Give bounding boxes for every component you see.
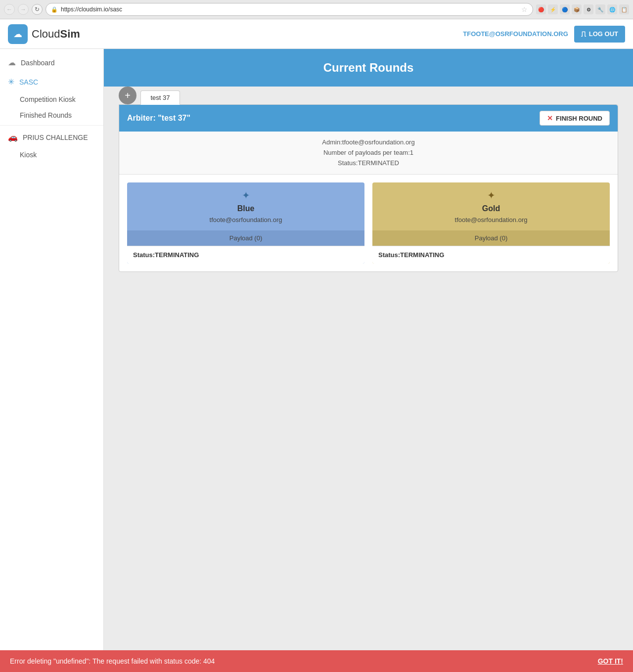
lock-icon: 🔒 <box>51 6 58 13</box>
sidebar-item-kiosk[interactable]: Kiosk <box>0 147 103 163</box>
team-name-blue: Blue <box>237 204 255 213</box>
sasc-icon: ✳ <box>8 77 14 87</box>
ext-icon-2[interactable]: ⚡ <box>548 4 558 14</box>
sidebar-item-dashboard-label: Dashboard <box>21 59 55 67</box>
cloud-icon: ☁ <box>8 58 16 67</box>
team-name-gold: Gold <box>482 204 500 213</box>
team-email-blue: tfoote@osrfoundation.org <box>210 216 282 224</box>
sidebar-item-prius-challenge[interactable]: 🚗 PRIUS CHALLENGE <box>0 128 103 147</box>
ext-icon-3[interactable]: 🔵 <box>560 4 570 14</box>
logo-text: CloudSim <box>32 28 80 41</box>
ext-icon-5[interactable]: ⚙ <box>584 4 593 14</box>
team-card-gold: ✦ Gold tfoote@osrfoundation.org Payload … <box>372 182 610 264</box>
content-area: Current Rounds + test 37 Arbiter: "test … <box>104 49 633 650</box>
sidebar-item-competition-kiosk[interactable]: Competition Kiosk <box>0 91 103 107</box>
sidebar-item-finished-rounds[interactable]: Finished Rounds <box>0 107 103 123</box>
logo-icon: ☁ <box>8 24 28 44</box>
sidebar-item-finished-rounds-label: Finished Rounds <box>20 111 72 119</box>
car-icon: 🚗 <box>8 133 18 142</box>
url-text: https://cloudsim.io/sasc <box>61 6 518 13</box>
logout-button[interactable]: ⎍ LOG OUT <box>574 26 625 43</box>
sidebar-item-sasc[interactable]: ✳ SASC <box>0 72 103 91</box>
sidebar-item-kiosk-label: Kiosk <box>20 151 37 159</box>
address-bar[interactable]: 🔒 https://cloudsim.io/sasc ☆ <box>45 3 533 16</box>
browser-chrome: ← → ↻ 🔒 https://cloudsim.io/sasc ☆ 🔴 ⚡ 🔵… <box>0 0 633 19</box>
tab-test37[interactable]: test 37 <box>140 90 180 105</box>
round-info: Admin:tfoote@osrfoundation.org Number of… <box>119 132 618 175</box>
payload-status-blue: Status:TERMINATING <box>127 246 364 264</box>
round-card-header: Arbiter: "test 37" ✕ FINISH ROUND <box>119 105 618 132</box>
sidebar-divider <box>0 125 103 126</box>
ext-icon-7[interactable]: 🌐 <box>607 4 617 14</box>
payload-header-blue: Payload (0) <box>127 230 364 246</box>
payload-header-gold: Payload (0) <box>372 230 610 246</box>
round-arbiter-title: Arbiter: "test 37" <box>127 114 190 123</box>
team-header-blue: ✦ Blue tfoote@osrfoundation.org <box>127 182 364 230</box>
sidebar-item-competition-kiosk-label: Competition Kiosk <box>20 95 76 103</box>
ext-icon-4[interactable]: 📦 <box>572 4 582 14</box>
team-card-blue: ✦ Blue tfoote@osrfoundation.org Payload … <box>127 182 364 264</box>
main-layout: ☁ Dashboard ✳ SASC Competition Kiosk Fin… <box>0 49 633 650</box>
reload-button[interactable]: ↻ <box>32 4 43 15</box>
team-icon-blue: ✦ <box>242 189 250 201</box>
ext-icon-8[interactable]: 📋 <box>619 4 629 14</box>
round-card: Arbiter: "test 37" ✕ FINISH ROUND Admin:… <box>119 104 618 272</box>
got-it-button[interactable]: GOT IT! <box>598 657 623 665</box>
back-button[interactable]: ← <box>4 4 15 15</box>
teams-row: ✦ Blue tfoote@osrfoundation.org Payload … <box>119 175 618 271</box>
bookmark-icon: ☆ <box>521 5 528 13</box>
round-payloads-per-team: Number of payloads per team:1 <box>127 148 610 158</box>
page-title: Current Rounds <box>119 61 618 75</box>
logo: ☁ CloudSim <box>8 24 80 44</box>
error-message: Error deleting "undefined": The request … <box>10 657 590 665</box>
logout-icon: ⎍ <box>581 30 586 39</box>
logout-label: LOG OUT <box>589 30 618 38</box>
app-header: ☁ CloudSim TFOOTE@OSRFOUNDATION.ORG ⎍ LO… <box>0 19 633 49</box>
payload-status-gold: Status:TERMINATING <box>372 246 610 264</box>
sidebar-item-prius-challenge-label: PRIUS CHALLENGE <box>23 134 88 141</box>
page-header: Current Rounds <box>104 49 633 87</box>
team-email-gold: tfoote@osrfoundation.org <box>455 216 528 224</box>
add-round-button[interactable]: + <box>119 87 136 104</box>
round-status: Status:TERMINATED <box>127 158 610 169</box>
user-email-link[interactable]: TFOOTE@OSRFOUNDATION.ORG <box>463 30 568 38</box>
sidebar: ☁ Dashboard ✳ SASC Competition Kiosk Fin… <box>0 49 104 650</box>
ext-icon-1[interactable]: 🔴 <box>536 4 546 14</box>
error-bar: Error deleting "undefined": The request … <box>0 650 633 672</box>
finish-round-button[interactable]: ✕ FINISH ROUND <box>540 111 610 126</box>
logo-text-light: Cloud <box>32 28 60 40</box>
browser-extension-icons: 🔴 ⚡ 🔵 📦 ⚙ 🔧 🌐 📋 <box>536 4 629 14</box>
app-wrapper: ☁ CloudSim TFOOTE@OSRFOUNDATION.ORG ⎍ LO… <box>0 19 633 672</box>
ext-icon-6[interactable]: 🔧 <box>595 4 605 14</box>
x-icon: ✕ <box>547 114 553 122</box>
logo-text-bold: Sim <box>60 28 80 40</box>
sidebar-item-sasc-label: SASC <box>19 78 38 86</box>
team-icon-gold: ✦ <box>487 189 496 201</box>
team-header-gold: ✦ Gold tfoote@osrfoundation.org <box>372 182 610 230</box>
finish-round-label: FINISH ROUND <box>556 115 602 122</box>
round-admin: Admin:tfoote@osrfoundation.org <box>127 137 610 148</box>
tabs-row: + test 37 <box>119 87 618 104</box>
header-right: TFOOTE@OSRFOUNDATION.ORG ⎍ LOG OUT <box>463 26 625 43</box>
rounds-content: + test 37 Arbiter: "test 37" ✕ FINISH RO… <box>104 87 633 650</box>
forward-button[interactable]: → <box>18 4 29 15</box>
sidebar-item-dashboard[interactable]: ☁ Dashboard <box>0 53 103 72</box>
